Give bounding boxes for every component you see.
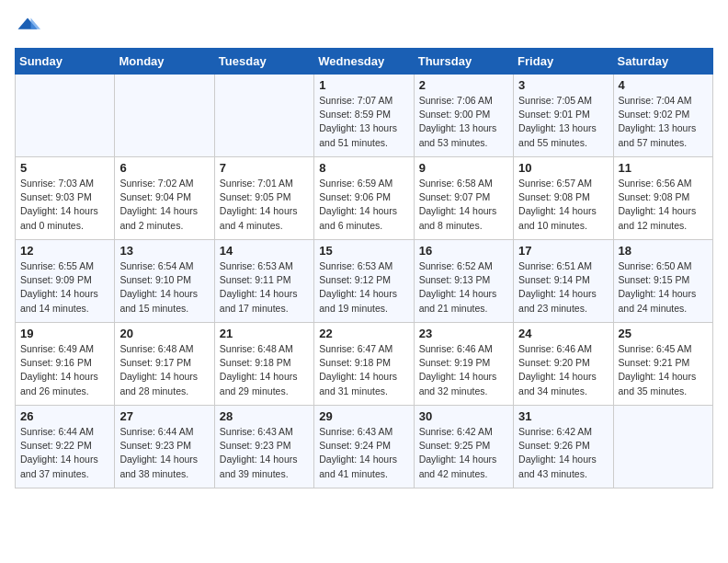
calendar-cell: 27Sunrise: 6:44 AM Sunset: 9:23 PM Dayli…	[115, 406, 214, 488]
calendar-cell: 22Sunrise: 6:47 AM Sunset: 9:18 PM Dayli…	[314, 323, 414, 406]
day-info: Sunrise: 7:07 AM Sunset: 8:59 PM Dayligh…	[319, 94, 408, 150]
day-number: 6	[119, 161, 209, 175]
calendar-cell: 11Sunrise: 6:56 AM Sunset: 9:08 PM Dayli…	[613, 157, 712, 240]
day-number: 13	[119, 244, 209, 258]
svg-marker-1	[31, 18, 41, 29]
day-number: 11	[619, 161, 708, 175]
calendar-cell: 28Sunrise: 6:43 AM Sunset: 9:23 PM Dayli…	[214, 406, 313, 488]
calendar-week-row: 12Sunrise: 6:55 AM Sunset: 9:09 PM Dayli…	[16, 240, 713, 323]
day-info: Sunrise: 6:51 AM Sunset: 9:14 PM Dayligh…	[518, 259, 608, 316]
day-number: 14	[220, 244, 309, 258]
day-number: 30	[419, 409, 508, 423]
day-info: Sunrise: 6:43 AM Sunset: 9:24 PM Dayligh…	[319, 425, 408, 481]
day-number: 1	[319, 78, 408, 92]
day-info: Sunrise: 6:42 AM Sunset: 9:25 PM Dayligh…	[419, 425, 508, 481]
day-info: Sunrise: 6:47 AM Sunset: 9:18 PM Dayligh…	[319, 342, 408, 398]
weekday-header: Tuesday	[214, 49, 313, 75]
calendar-cell	[613, 406, 712, 488]
calendar-week-row: 1Sunrise: 7:07 AM Sunset: 8:59 PM Daylig…	[16, 75, 713, 157]
day-info: Sunrise: 6:46 AM Sunset: 9:19 PM Dayligh…	[419, 342, 508, 398]
calendar-cell: 13Sunrise: 6:54 AM Sunset: 9:10 PM Dayli…	[115, 240, 214, 323]
calendar-cell	[115, 75, 214, 157]
day-info: Sunrise: 7:02 AM Sunset: 9:04 PM Dayligh…	[119, 177, 209, 233]
day-info: Sunrise: 6:50 AM Sunset: 9:15 PM Dayligh…	[619, 259, 708, 316]
calendar-cell: 4Sunrise: 7:04 AM Sunset: 9:02 PM Daylig…	[613, 75, 712, 157]
calendar-cell: 8Sunrise: 6:59 AM Sunset: 9:06 PM Daylig…	[314, 157, 414, 240]
day-number: 26	[20, 409, 109, 423]
calendar-cell: 29Sunrise: 6:43 AM Sunset: 9:24 PM Dayli…	[314, 406, 414, 488]
calendar-cell: 3Sunrise: 7:05 AM Sunset: 9:01 PM Daylig…	[514, 75, 613, 157]
calendar-cell: 9Sunrise: 6:58 AM Sunset: 9:07 PM Daylig…	[414, 157, 513, 240]
day-info: Sunrise: 6:53 AM Sunset: 9:12 PM Dayligh…	[319, 259, 408, 316]
day-number: 9	[419, 161, 508, 175]
day-info: Sunrise: 6:45 AM Sunset: 9:21 PM Dayligh…	[619, 342, 708, 398]
calendar-table: SundayMondayTuesdayWednesdayThursdayFrid…	[15, 48, 713, 488]
day-number: 17	[518, 244, 608, 258]
day-number: 25	[619, 327, 708, 340]
day-number: 22	[319, 327, 408, 340]
calendar-cell: 14Sunrise: 6:53 AM Sunset: 9:11 PM Dayli…	[214, 240, 313, 323]
day-number: 18	[619, 244, 708, 258]
day-info: Sunrise: 6:56 AM Sunset: 9:08 PM Dayligh…	[619, 177, 708, 233]
day-number: 10	[518, 161, 608, 175]
day-info: Sunrise: 6:46 AM Sunset: 9:20 PM Dayligh…	[518, 342, 608, 398]
logo-icon	[15, 15, 40, 40]
day-number: 8	[319, 161, 408, 175]
day-info: Sunrise: 6:44 AM Sunset: 9:23 PM Dayligh…	[119, 425, 209, 481]
day-number: 16	[419, 244, 508, 258]
day-number: 27	[119, 409, 209, 423]
weekday-header: Saturday	[613, 49, 712, 75]
day-info: Sunrise: 6:44 AM Sunset: 9:22 PM Dayligh…	[20, 425, 109, 481]
calendar-cell: 21Sunrise: 6:48 AM Sunset: 9:18 PM Dayli…	[214, 323, 313, 406]
calendar-cell: 7Sunrise: 7:01 AM Sunset: 9:05 PM Daylig…	[214, 157, 313, 240]
logo	[15, 15, 44, 40]
calendar-week-row: 26Sunrise: 6:44 AM Sunset: 9:22 PM Dayli…	[16, 406, 713, 488]
day-number: 12	[20, 244, 109, 258]
calendar-week-row: 19Sunrise: 6:49 AM Sunset: 9:16 PM Dayli…	[16, 323, 713, 406]
day-info: Sunrise: 6:49 AM Sunset: 9:16 PM Dayligh…	[20, 342, 109, 398]
calendar-week-row: 5Sunrise: 7:03 AM Sunset: 9:03 PM Daylig…	[16, 157, 713, 240]
calendar-cell: 17Sunrise: 6:51 AM Sunset: 9:14 PM Dayli…	[514, 240, 613, 323]
day-number: 2	[419, 78, 508, 92]
day-info: Sunrise: 6:42 AM Sunset: 9:26 PM Dayligh…	[518, 425, 608, 481]
page-header	[15, 15, 713, 40]
day-info: Sunrise: 7:01 AM Sunset: 9:05 PM Dayligh…	[220, 177, 309, 233]
day-number: 31	[518, 409, 608, 423]
day-info: Sunrise: 6:58 AM Sunset: 9:07 PM Dayligh…	[419, 177, 508, 233]
day-info: Sunrise: 6:57 AM Sunset: 9:08 PM Dayligh…	[518, 177, 608, 233]
calendar-cell: 15Sunrise: 6:53 AM Sunset: 9:12 PM Dayli…	[314, 240, 414, 323]
calendar-cell: 10Sunrise: 6:57 AM Sunset: 9:08 PM Dayli…	[514, 157, 613, 240]
day-info: Sunrise: 6:59 AM Sunset: 9:06 PM Dayligh…	[319, 177, 408, 233]
calendar-cell	[16, 75, 115, 157]
calendar-cell: 30Sunrise: 6:42 AM Sunset: 9:25 PM Dayli…	[414, 406, 513, 488]
day-number: 20	[119, 327, 209, 340]
day-info: Sunrise: 6:43 AM Sunset: 9:23 PM Dayligh…	[220, 425, 309, 481]
calendar-cell: 24Sunrise: 6:46 AM Sunset: 9:20 PM Dayli…	[514, 323, 613, 406]
day-info: Sunrise: 6:48 AM Sunset: 9:18 PM Dayligh…	[220, 342, 309, 398]
day-number: 23	[419, 327, 508, 340]
calendar-cell: 26Sunrise: 6:44 AM Sunset: 9:22 PM Dayli…	[16, 406, 115, 488]
day-info: Sunrise: 7:04 AM Sunset: 9:02 PM Dayligh…	[619, 94, 708, 150]
calendar-header: SundayMondayTuesdayWednesdayThursdayFrid…	[16, 49, 713, 75]
day-number: 29	[319, 409, 408, 423]
day-number: 21	[220, 327, 309, 340]
day-number: 7	[220, 161, 309, 175]
day-number: 4	[619, 78, 708, 92]
calendar-cell: 12Sunrise: 6:55 AM Sunset: 9:09 PM Dayli…	[16, 240, 115, 323]
day-info: Sunrise: 6:53 AM Sunset: 9:11 PM Dayligh…	[220, 259, 309, 316]
day-number: 3	[518, 78, 608, 92]
calendar-cell: 25Sunrise: 6:45 AM Sunset: 9:21 PM Dayli…	[613, 323, 712, 406]
day-info: Sunrise: 6:52 AM Sunset: 9:13 PM Dayligh…	[419, 259, 508, 316]
calendar-cell: 6Sunrise: 7:02 AM Sunset: 9:04 PM Daylig…	[115, 157, 214, 240]
calendar-cell: 20Sunrise: 6:48 AM Sunset: 9:17 PM Dayli…	[115, 323, 214, 406]
calendar-cell: 5Sunrise: 7:03 AM Sunset: 9:03 PM Daylig…	[16, 157, 115, 240]
calendar-cell: 1Sunrise: 7:07 AM Sunset: 8:59 PM Daylig…	[314, 75, 414, 157]
day-info: Sunrise: 7:05 AM Sunset: 9:01 PM Dayligh…	[518, 94, 608, 150]
day-number: 19	[20, 327, 109, 340]
calendar-cell: 23Sunrise: 6:46 AM Sunset: 9:19 PM Dayli…	[414, 323, 513, 406]
weekday-header: Thursday	[414, 49, 513, 75]
day-info: Sunrise: 7:03 AM Sunset: 9:03 PM Dayligh…	[20, 177, 109, 233]
weekday-header: Monday	[115, 49, 214, 75]
day-info: Sunrise: 6:48 AM Sunset: 9:17 PM Dayligh…	[119, 342, 209, 398]
calendar-cell: 19Sunrise: 6:49 AM Sunset: 9:16 PM Dayli…	[16, 323, 115, 406]
